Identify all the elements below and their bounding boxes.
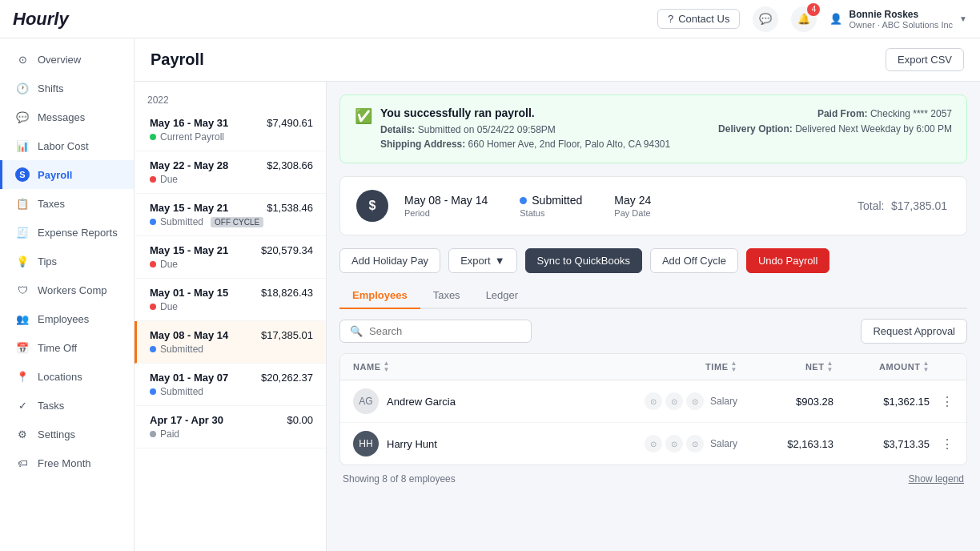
action-dot-2[interactable]: ⊙ — [665, 435, 683, 452]
undo-payroll-button[interactable]: Undo Payroll — [746, 248, 829, 273]
payroll-item-header: May 01 - May 07 $20,262.37 — [150, 372, 313, 384]
payroll-item-header: May 15 - May 21 $20,579.34 — [150, 244, 313, 256]
add-off-cycle-button[interactable]: Add Off Cycle — [650, 248, 738, 273]
payroll-item-header: Apr 17 - Apr 30 $0.00 — [150, 414, 313, 426]
nav-right: ? Contact Us 💬 🔔 4 👤 Bonnie Roskes Owner… — [657, 6, 967, 32]
body-wrap: ⊙ Overview 🕐 Shifts 💬 Messages 📊 Labor C… — [0, 38, 980, 551]
export-csv-button[interactable]: Export CSV — [886, 48, 964, 71]
sidebar-item-workers-comp[interactable]: 🛡 Workers Comp — [0, 276, 134, 304]
avatar: AG — [353, 388, 379, 414]
payroll-status: Due — [150, 259, 313, 270]
action-dot-3[interactable]: ⊙ — [686, 435, 704, 452]
sidebar-item-expense-reports[interactable]: 🧾 Expense Reports — [0, 218, 134, 247]
sidebar-item-payroll[interactable]: S Payroll — [0, 160, 134, 189]
sidebar-item-employees[interactable]: 👥 Employees — [0, 304, 134, 333]
sidebar-item-settings[interactable]: ⚙ Settings — [0, 420, 134, 448]
messages-nav-button[interactable]: 💬 — [753, 6, 778, 32]
success-details: Details: Submitted on 05/24/22 09:58PM S… — [380, 123, 670, 151]
payroll-status: Due — [150, 174, 313, 185]
payroll-item-header: May 01 - May 15 $18,826.43 — [150, 287, 313, 299]
payroll-item[interactable]: Apr 17 - Apr 30 $0.00 Paid — [135, 406, 326, 448]
sort-arrows-time[interactable]: ▲▼ — [731, 360, 737, 373]
payroll-status: Submitted — [150, 344, 313, 355]
action-dot-1[interactable]: ⊙ — [645, 392, 662, 410]
sidebar-item-taxes[interactable]: 📋 Taxes — [0, 189, 134, 218]
info-sections: May 08 - May 14 Period Submitted Status … — [404, 194, 841, 218]
payroll-item-header: May 08 - May 14 $17,385.01 — [150, 329, 313, 341]
table-header: Name ▲▼ Time ▲▼ Net ▲▼ Amount — [340, 354, 966, 380]
status-indicator — [520, 197, 527, 204]
notifications-button[interactable]: 🔔 4 — [791, 6, 817, 32]
status-dot-green — [150, 134, 156, 140]
search-input[interactable] — [369, 325, 521, 337]
payroll-item[interactable]: May 15 - May 21 $1,538.46 Submitted OFF … — [135, 194, 326, 236]
three-dots-icon[interactable]: ⋮ — [941, 394, 954, 409]
contact-us-button[interactable]: ? Contact Us — [657, 9, 741, 29]
notification-badge: 4 — [807, 3, 820, 16]
search-icon: 🔍 — [350, 325, 363, 337]
sort-arrows-amount[interactable]: ▲▼ — [923, 360, 930, 373]
action-dot-3[interactable]: ⊙ — [686, 392, 704, 410]
sidebar-item-locations[interactable]: 📍 Locations — [0, 362, 134, 391]
overview-icon: ⊙ — [15, 52, 30, 66]
row-menu[interactable]: ⋮ — [930, 394, 954, 409]
payroll-item[interactable]: May 16 - May 31 $7,490.61 Current Payrol… — [135, 109, 326, 151]
sidebar: ⊙ Overview 🕐 Shifts 💬 Messages 📊 Labor C… — [0, 38, 135, 551]
sidebar-item-tasks[interactable]: ✓ Tasks — [0, 391, 134, 420]
sidebar-item-overview[interactable]: ⊙ Overview — [0, 45, 134, 74]
row-menu[interactable]: ⋮ — [930, 436, 954, 452]
payroll-item-header: May 22 - May 28 $2,308.66 — [150, 159, 313, 171]
three-dots-icon[interactable]: ⋮ — [941, 436, 954, 452]
table-row: HH Harry Hunt ⊙ ⊙ ⊙ Salary $ — [340, 423, 966, 465]
payroll-status: Current Payroll — [150, 131, 313, 143]
col-header-time: Time ▲▼ — [641, 360, 737, 373]
status-dot-red — [150, 304, 156, 310]
export-button[interactable]: Export ▼ — [448, 248, 516, 273]
detail-panel: ✅ You successfully ran payroll. Details:… — [327, 82, 980, 551]
payroll-item-header: May 16 - May 31 $7,490.61 — [150, 117, 313, 129]
payroll-total: Total: $17,385.01 — [858, 199, 950, 213]
search-wrap[interactable]: 🔍 — [339, 320, 532, 343]
sidebar-item-free-month[interactable]: 🏷 Free Month — [0, 448, 134, 477]
employees-table: Name ▲▼ Time ▲▼ Net ▲▼ Amount — [339, 353, 967, 465]
page-title: Payroll — [151, 50, 204, 69]
tab-taxes[interactable]: Taxes — [420, 283, 473, 309]
info-status: Submitted — [520, 194, 582, 207]
table-footer: Showing 8 of 8 employees Show legend — [339, 465, 967, 493]
sync-quickbooks-button[interactable]: Sync to QuickBooks — [525, 248, 642, 273]
payroll-item[interactable]: May 22 - May 28 $2,308.66 Due — [135, 151, 326, 194]
tips-icon: 💡 — [15, 254, 30, 268]
payroll-item[interactable]: May 01 - May 07 $20,262.37 Submitted — [135, 364, 326, 406]
payroll-item[interactable]: May 01 - May 15 $18,826.43 Due — [135, 279, 326, 321]
time-cell: ⊙ ⊙ ⊙ Salary — [641, 435, 737, 452]
action-dot-2[interactable]: ⊙ — [665, 392, 683, 410]
payroll-status: Submitted — [150, 386, 313, 397]
sidebar-item-shifts[interactable]: 🕐 Shifts — [0, 74, 134, 103]
taxes-icon: 📋 — [15, 196, 30, 211]
info-section-status: Submitted Status — [520, 194, 582, 218]
tab-employees[interactable]: Employees — [339, 283, 420, 309]
payroll-item[interactable]: May 15 - May 21 $20,579.34 Due — [135, 236, 326, 279]
search-request-row: 🔍 Request Approval — [339, 319, 967, 344]
sort-arrows-net[interactable]: ▲▼ — [827, 360, 833, 373]
action-dot-1[interactable]: ⊙ — [645, 435, 662, 452]
request-approval-button[interactable]: Request Approval — [861, 319, 967, 344]
payroll-info-card: $ May 08 - May 14 Period Submitted Statu… — [339, 176, 967, 235]
payroll-status: Due — [150, 301, 313, 312]
sidebar-item-tips[interactable]: 💡 Tips — [0, 247, 134, 276]
sidebar-item-labor-cost[interactable]: 📊 Labor Cost — [0, 131, 134, 160]
success-check-icon: ✅ — [355, 107, 372, 125]
success-content: You successfully ran payroll. Details: S… — [380, 107, 670, 151]
sidebar-item-messages[interactable]: 💬 Messages — [0, 103, 134, 131]
tab-ledger[interactable]: Ledger — [473, 283, 531, 309]
show-legend-link[interactable]: Show legend — [909, 473, 964, 485]
sort-arrows-name[interactable]: ▲▼ — [384, 360, 390, 373]
user-menu[interactable]: 👤 Bonnie Roskes Owner · ABC Solutions In… — [829, 9, 967, 30]
amount-cell: $3,713.35 — [833, 438, 930, 450]
tasks-icon: ✓ — [15, 398, 30, 412]
status-dot-red — [150, 261, 156, 267]
messages-icon: 💬 — [15, 110, 30, 124]
add-holiday-pay-button[interactable]: Add Holiday Pay — [339, 248, 440, 273]
sidebar-item-time-off[interactable]: 📅 Time Off — [0, 333, 134, 362]
payroll-item-active[interactable]: May 08 - May 14 $17,385.01 Submitted — [135, 321, 326, 364]
